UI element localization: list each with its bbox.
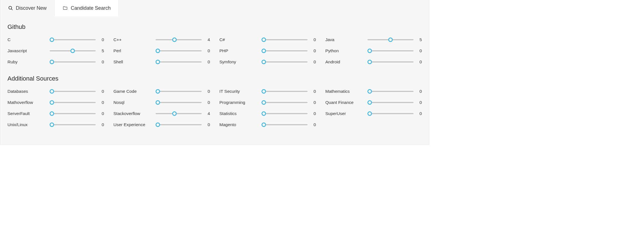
slider-value: 4 <box>205 37 210 42</box>
slider-thumb[interactable] <box>367 111 372 116</box>
slider-label: Android <box>325 59 364 64</box>
slider-label: User Experience <box>113 122 152 127</box>
slider-superuser[interactable] <box>367 111 414 116</box>
slider-thumb[interactable] <box>156 89 160 94</box>
slider-label: Programming <box>219 100 258 105</box>
slider-track <box>50 124 96 125</box>
slider-thumb[interactable] <box>262 38 266 42</box>
slider-row-ruby: Ruby0 <box>7 58 104 66</box>
slider-game-code[interactable] <box>156 89 202 94</box>
slider-thumb[interactable] <box>172 38 177 42</box>
slider-row-mathoverflow: Mathoverflow0 <box>7 99 104 106</box>
slider-shell[interactable] <box>156 59 202 64</box>
slider-nosql[interactable] <box>156 100 202 105</box>
slider-label: C++ <box>113 37 152 42</box>
slider-track <box>367 113 414 114</box>
slider-thumb[interactable] <box>262 122 266 127</box>
slider-grid: Databases0Game Code0IT Security0Mathemat… <box>7 88 422 128</box>
slider-track <box>156 39 202 40</box>
slider-mathoverflow[interactable] <box>50 100 96 105</box>
slider-row-magento: Magento0 <box>219 121 316 128</box>
slider-row-javascript: Javascript5 <box>7 47 104 54</box>
slider-perl[interactable] <box>156 48 202 53</box>
slider-stackoverflow[interactable] <box>156 111 202 116</box>
slider-php[interactable] <box>262 48 308 53</box>
slider-it-security[interactable] <box>262 89 308 94</box>
slider-mathematics[interactable] <box>367 89 414 94</box>
slider-thumb[interactable] <box>50 122 54 127</box>
slider-track <box>262 61 308 62</box>
slider-c[interactable] <box>50 37 96 42</box>
slider-label: Quant Finance <box>325 100 364 105</box>
slider-thumb[interactable] <box>156 100 160 105</box>
slider-thumb[interactable] <box>156 60 160 64</box>
slider-value: 0 <box>99 59 104 64</box>
slider-value: 5 <box>99 48 104 53</box>
slider-serverfault[interactable] <box>50 111 96 116</box>
slider-symfony[interactable] <box>262 59 308 64</box>
slider-thumb[interactable] <box>70 49 75 53</box>
slider-thumb[interactable] <box>262 49 266 53</box>
slider-thumb[interactable] <box>388 38 393 42</box>
folder-icon <box>62 6 68 11</box>
slider-label: Python <box>325 48 364 53</box>
slider-javascript[interactable] <box>50 48 96 53</box>
slider-label: Statistics <box>219 111 258 116</box>
slider-value: 0 <box>311 48 316 53</box>
slider-thumb[interactable] <box>367 89 372 94</box>
slider-thumb[interactable] <box>262 60 266 64</box>
slider-row-it-security: IT Security0 <box>219 88 316 95</box>
slider-row-shell: Shell0 <box>113 58 210 66</box>
slider-thumb[interactable] <box>50 111 54 116</box>
tab-candidate-search[interactable]: Candidate Search <box>55 0 119 16</box>
section-title: Additional Sources <box>7 75 422 82</box>
slider-statistics[interactable] <box>262 111 308 116</box>
slider-thumb[interactable] <box>50 38 54 42</box>
slider-quant-finance[interactable] <box>367 100 414 105</box>
slider-thumb[interactable] <box>262 111 266 116</box>
slider-python[interactable] <box>367 48 414 53</box>
slider-track <box>262 102 308 103</box>
slider-label: ServerFault <box>7 111 46 116</box>
slider-thumb[interactable] <box>50 100 54 105</box>
slider-row-unix-linux: Unix/Linux0 <box>7 121 104 128</box>
slider-row-java: Java5 <box>325 36 422 43</box>
slider-label: Javascript <box>7 48 46 53</box>
slider-track <box>50 61 96 62</box>
slider-android[interactable] <box>367 59 414 64</box>
tab-discover-new[interactable]: Discover New <box>0 0 55 16</box>
slider-track <box>156 50 202 51</box>
slider-java[interactable] <box>367 37 414 42</box>
slider-row-quant-finance: Quant Finance0 <box>325 99 422 106</box>
slider-databases[interactable] <box>50 89 96 94</box>
slider-value: 0 <box>99 100 104 105</box>
slider-track <box>262 91 308 92</box>
slider-c[interactable] <box>262 37 308 42</box>
slider-value: 0 <box>99 37 104 42</box>
slider-thumb[interactable] <box>262 100 266 105</box>
slider-user-experience[interactable] <box>156 122 202 127</box>
slider-ruby[interactable] <box>50 59 96 64</box>
slider-thumb[interactable] <box>367 60 372 64</box>
slider-thumb[interactable] <box>262 89 266 94</box>
slider-programming[interactable] <box>262 100 308 105</box>
slider-value: 0 <box>311 37 316 42</box>
slider-row-mathematics: Mathematics0 <box>325 88 422 95</box>
slider-thumb[interactable] <box>156 49 160 53</box>
slider-thumb[interactable] <box>172 111 177 116</box>
slider-label: Ruby <box>7 59 46 64</box>
slider-magento[interactable] <box>262 122 308 127</box>
slider-thumb[interactable] <box>156 122 160 127</box>
slider-value: 0 <box>311 111 316 116</box>
slider-value: 0 <box>417 89 422 94</box>
slider-c[interactable] <box>156 37 202 42</box>
slider-thumb[interactable] <box>50 89 54 94</box>
candidate-search-panel: Discover New Candidate Search GithubC0C+… <box>0 0 429 145</box>
slider-value: 0 <box>311 100 316 105</box>
slider-thumb[interactable] <box>367 49 372 53</box>
slider-unix-linux[interactable] <box>50 122 96 127</box>
slider-thumb[interactable] <box>367 100 372 105</box>
slider-label: Stackoverflow <box>113 111 152 116</box>
slider-thumb[interactable] <box>50 60 54 64</box>
slider-row-c: C0 <box>7 36 104 43</box>
